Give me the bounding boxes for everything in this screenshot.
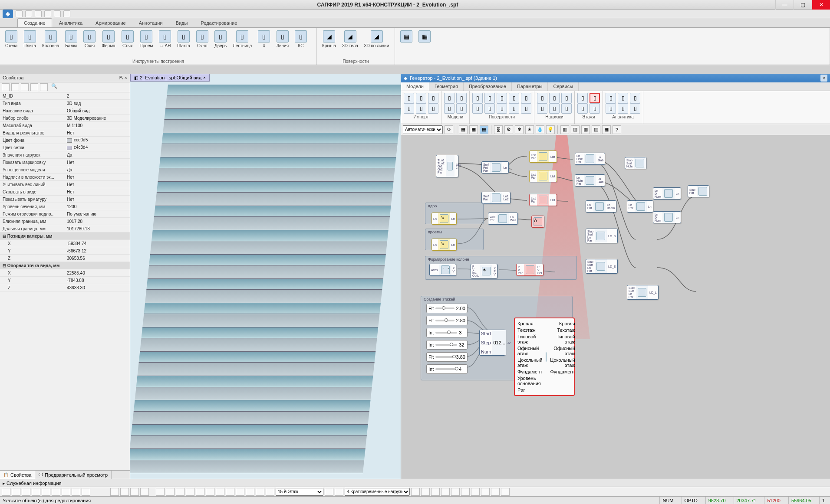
ribbon-tool-s2[interactable]: ◢3D по линии [362,29,391,49]
prop-row[interactable]: Учитывать вес линийНет [0,181,130,188]
ribbon-tool-0[interactable]: ▯Стена [3,29,19,49]
gen-icon[interactable]: ▯ [497,103,507,114]
minimize-button[interactable]: — [775,0,794,10]
prop-section[interactable]: ⊟ Опорная точка вида, мм [0,262,130,269]
node-core[interactable]: Ln↘Ln [431,213,457,225]
btool-25[interactable] [266,488,274,496]
gen-tab-4[interactable]: Сервисы [548,82,579,91]
btool-31[interactable] [441,488,450,496]
gen-tbtn-grid-icon[interactable]: ▦ [602,125,611,134]
gen-tbtn-4[interactable]: ▦ [480,125,488,134]
gen-icon[interactable]: ▯ [416,93,426,103]
btool-23[interactable] [246,488,254,496]
slider-node-5[interactable]: Int4 [426,364,468,374]
prop-row[interactable]: Y-66673.12 [0,247,130,255]
ribbon-tool-extra2[interactable]: ▦ [417,29,432,43]
qat-undo[interactable] [54,10,61,17]
node-ln-out[interactable]: LnParLn [627,200,653,213]
ribbon-tool-8[interactable]: ▯↔ ΔH [157,29,173,49]
prop-row[interactable]: Z30653.56 [0,255,130,262]
btool-27[interactable] [335,488,343,496]
gen-tbtn-1[interactable]: ⟳ [445,125,453,134]
prop-row[interactable]: Показать маркировкуНет [0,159,130,166]
ribbon-tool-5[interactable]: ▯Ферма [100,29,117,49]
prop-row[interactable]: Тип вида3D вид [0,100,130,107]
gen-icon[interactable]: ▯ [577,93,588,103]
gen-icon[interactable]: ▯ [537,93,547,103]
prop-row[interactable]: Цвет фонаccd0d5 [0,137,130,144]
prop-section[interactable]: ⊟ Позиция камеры, мм [0,232,130,240]
btool-6[interactable] [52,488,60,496]
tab-rebar[interactable]: Армирование [89,19,132,27]
btool-36[interactable] [491,488,500,496]
load-select[interactable]: 4.Кратковременные нагрузки [345,488,410,496]
btool-12[interactable] [130,488,139,496]
prop-tool-1[interactable] [2,83,10,91]
slider-node-2[interactable]: Int3 [426,328,468,337]
ribbon-tool-3[interactable]: ▯Балка [63,29,79,49]
btool-35[interactable] [481,488,490,496]
node-graph-canvas[interactable]: TLn1TLn2Gr1Gr2Par List2 SurfPntParLn Sur… [401,135,830,479]
ribbon-tool-12[interactable]: ▯Лестница [231,29,254,49]
gen-icon[interactable]: ▯ [630,93,640,103]
node-wall-attr[interactable]: A [531,216,544,228]
prop-row[interactable]: Надписи в плоскости эк...Нет [0,173,130,181]
ribbon-tool-1[interactable]: ▯Плита [22,29,38,49]
ribbon-tool-s1[interactable]: ◢3D тела [340,29,360,49]
btool-22[interactable] [236,488,244,496]
generator-close-button[interactable]: × [820,75,827,82]
btool-15[interactable] [166,488,175,496]
gen-icon[interactable]: ▯ [404,103,414,114]
slider-node-0[interactable]: Flt2.00 [426,304,468,313]
viewport-tab[interactable]: ◧ 2_Evolution_.spf:Общий вид × [130,74,210,82]
gen-icon[interactable]: ▯ [521,93,531,103]
prop-row[interactable]: Цвет сеткиc4c3d4 [0,144,130,151]
auto-mode-select[interactable]: Автоматически [403,125,443,134]
maximize-button[interactable]: ▢ [794,0,812,10]
node-openings[interactable]: Ln↘Ln [431,239,457,251]
ribbon-tool-13[interactable]: ▯⇩ [256,29,272,49]
btool-14[interactable] [156,488,165,496]
gen-tbtn-2[interactable]: ▦ [459,125,468,134]
btool-37[interactable] [501,488,510,496]
gen-tbtn-sun-icon[interactable]: ☀ [525,125,534,134]
gen-icon[interactable]: ▯ [428,103,438,114]
btool-26[interactable] [325,488,333,496]
gen-icon[interactable]: ▯ [456,103,467,114]
btool-5[interactable] [42,488,50,496]
node-range[interactable]: StartStepNum 012... Ar [479,330,505,356]
tab-edit[interactable]: Редактирование [194,19,243,27]
prop-tool-2[interactable] [11,83,19,91]
qat-redo[interactable] [63,10,70,17]
gen-tbtn-3[interactable]: ▦ [469,125,478,134]
node-ldl[interactable]: SlabSurfLnParLD_L [627,285,659,300]
gen-icon[interactable]: ▯ [497,93,507,103]
btool-17[interactable] [186,488,194,496]
qat-save[interactable] [35,10,42,17]
gen-icon[interactable]: ▯ [606,93,616,103]
gen-tbtn-gear-icon[interactable]: ⚙ [504,125,513,134]
gen-icon[interactable]: ▯ [590,103,600,114]
tab-views[interactable]: Виды [170,19,194,27]
node-slab1[interactable]: SlabSurfHole [625,157,646,169]
prop-row[interactable]: Z43638.30 [0,284,130,291]
node-beam[interactable]: LnParLnBeam [586,200,616,213]
prop-row[interactable]: X-59384.74 [0,240,130,247]
tab-annotations[interactable]: Аннотации [133,19,169,27]
gen-icon[interactable]: ▯ [549,103,560,114]
btool-34[interactable] [471,488,480,496]
gen-icon[interactable]: ▯ [606,103,616,114]
btool-8[interactable] [72,488,80,496]
ribbon-tool-extra1[interactable]: ▦ [399,29,414,43]
gen-icon[interactable]: ▯ [444,103,455,114]
ribbon-tool-14[interactable]: ▯Линия [274,29,290,49]
node-surf1[interactable]: SurfPntParLn [481,161,509,173]
gen-icon[interactable]: ▯ [618,103,628,114]
gen-icon[interactable]: ▯ [590,93,600,103]
node-num1[interactable]: LnDNumLn [653,187,681,200]
gen-tbtn-bulb-icon[interactable]: 💡 [546,125,555,134]
btool-30[interactable] [431,488,440,496]
gen-tbtn-db-icon[interactable]: 🗄 [494,125,503,134]
tab-analytics[interactable]: Аналитика [53,19,89,27]
prop-row[interactable]: Ближняя граница, мм1017.28 [0,218,130,225]
